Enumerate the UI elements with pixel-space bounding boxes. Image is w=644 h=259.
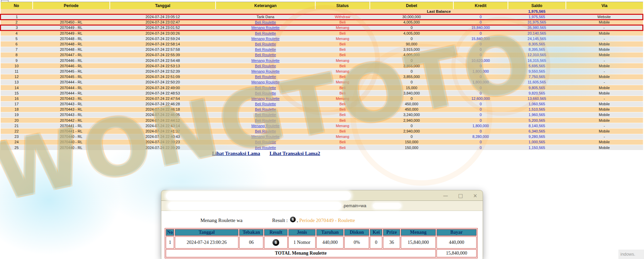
- keterangan-link[interactable]: Menang Roulette: [251, 26, 280, 30]
- keterangan-link[interactable]: Beli Roulette: [255, 47, 276, 51]
- minimize-button[interactable]: —: [443, 190, 448, 201]
- cell-status: Beli: [315, 145, 370, 150]
- cell-debet: 0: [370, 36, 453, 41]
- activate-windows-partial: indows.: [618, 250, 644, 259]
- redacted-title: [166, 191, 351, 200]
- table-row: 242070440 - RL2024-07-24 22:39:23Beli Ro…: [1, 139, 643, 145]
- cell-via: Mobile: [566, 107, 643, 112]
- cell-debet: 150,000: [370, 139, 453, 145]
- popup-titlebar[interactable]: — □ ×: [161, 190, 483, 201]
- popup-addressbar[interactable]: .pemain=wa: [161, 201, 483, 211]
- column-header-periode: Periode: [33, 2, 110, 9]
- cell-via: -: [566, 123, 643, 128]
- cell-via: Mobile: [566, 52, 643, 58]
- keterangan-link[interactable]: Beli Roulette: [255, 64, 276, 68]
- keterangan-link[interactable]: Beli Roulette: [255, 31, 276, 35]
- keterangan-link[interactable]: Menang Roulette: [251, 97, 280, 101]
- roulette-ball-icon: 6: [272, 239, 279, 246]
- keterangan-link[interactable]: Beli Roulette: [255, 53, 276, 57]
- keterangan-link[interactable]: Menang Roulette: [251, 69, 280, 73]
- keterangan-link[interactable]: Beli Roulette: [255, 146, 276, 150]
- cell-saldo: 8,140,565: [508, 123, 566, 128]
- keterangan-link[interactable]: Beli Roulette: [255, 75, 276, 79]
- table-row: 42070449 - RL2024-07-24 23:00:26Beli Rou…: [1, 31, 643, 36]
- cell-periode: 2070443 - RL: [33, 96, 110, 101]
- cell-saldo: 7,750,565: [508, 74, 566, 79]
- cell-no: 17: [1, 101, 33, 107]
- keterangan-link[interactable]: Menang Roulette: [251, 135, 280, 139]
- cell-periode: 2070440 - RL: [33, 134, 110, 139]
- table-row: 222070441 - RL2024-07-24 22:41:32Beli Ro…: [1, 128, 643, 134]
- column-header-tanggal: Tanggal: [110, 2, 216, 9]
- cell-kredit: 0: [453, 85, 508, 90]
- total-label: TOTAL Menang Roulette: [166, 249, 436, 257]
- table-row: 82070447 - RL2024-07-24 22:55:39Beli Rou…: [1, 52, 643, 58]
- keterangan-link[interactable]: Menang Roulette: [251, 59, 280, 63]
- keterangan-link[interactable]: Beli Roulette: [255, 20, 276, 24]
- cell-keterangan: Beli Roulette: [216, 52, 315, 58]
- cell-status: Beli: [315, 128, 370, 134]
- keterangan-link[interactable]: Menang Roulette: [251, 37, 280, 41]
- keterangan-link[interactable]: Menang Roulette: [251, 80, 280, 84]
- cell-no: 1: [1, 14, 33, 20]
- keterangan-link[interactable]: Beli Roulette: [255, 118, 276, 122]
- redacted-url-suffix: [373, 203, 401, 209]
- cell-via: Mobile: [566, 128, 643, 134]
- close-button[interactable]: ×: [473, 190, 477, 201]
- maximize-button[interactable]: □: [458, 190, 463, 201]
- result-cell-diskon: 0%: [344, 236, 369, 249]
- cell-status: Beli: [315, 90, 370, 96]
- keterangan-link[interactable]: Beli Roulette: [255, 102, 276, 106]
- cell-via: Mobile: [566, 47, 643, 52]
- keterangan-link[interactable]: Beli Roulette: [255, 91, 276, 95]
- keterangan-link[interactable]: Beli Roulette: [255, 129, 276, 133]
- cell-saldo: 1,510,565: [508, 107, 566, 112]
- cell-kredit: 0: [453, 74, 508, 79]
- cell-debet: 4,005,000: [370, 31, 453, 36]
- cell-status: Beli: [315, 107, 370, 112]
- cell-periode: 2070448 - RL: [33, 47, 110, 52]
- redacted-username: [243, 219, 272, 223]
- table-row: 52070448 - RL2024-07-24 22:59:24Menang R…: [1, 36, 643, 41]
- cell-status: Beli: [315, 85, 370, 90]
- lihat-transaksi-lama-link[interactable]: Lihat Transaksi Lama: [212, 151, 260, 156]
- cell-saldo: 16,315,565: [508, 58, 566, 63]
- cell-tanggal: 2024-07-24 22:41:32: [110, 128, 216, 134]
- cell-no: 23: [1, 134, 33, 139]
- cell-tanggal: 2024-07-24 23:01:52: [110, 25, 216, 30]
- result-cell-kei: 0: [370, 236, 382, 249]
- cell-kredit: 0: [453, 107, 508, 112]
- cell-keterangan: Beli Roulette: [216, 107, 315, 112]
- cell-keterangan: Tarik Dana: [216, 14, 315, 20]
- cell-tanggal: 2024-07-24 22:44:12: [110, 118, 216, 123]
- cell-no: 16: [1, 96, 33, 101]
- cell-keterangan: Beli Roulette: [216, 145, 315, 150]
- footer-links: Lihat Transaksi Lama Lihat Transaksi Lam…: [0, 151, 532, 156]
- table-row: 22070450 - RL2024-07-24 23:02:47Beli Rou…: [1, 20, 643, 25]
- keterangan-link[interactable]: Beli Roulette: [255, 42, 276, 46]
- cell-status: Withdraw: [315, 14, 370, 20]
- keterangan-link[interactable]: Beli Roulette: [255, 86, 276, 90]
- cell-no: 9: [1, 58, 33, 63]
- cell-saldo: 6,340,565: [508, 128, 566, 134]
- cell-keterangan: Menang Roulette: [216, 79, 315, 85]
- keterangan-link[interactable]: Beli Roulette: [255, 140, 276, 144]
- table-row: 122070445 - RL2024-07-24 22:51:09Beli Ro…: [1, 74, 643, 79]
- cell-debet: 3,240,000: [370, 112, 453, 117]
- cell-periode: 2070440 - RL: [33, 139, 110, 145]
- cell-via: -: [566, 96, 643, 101]
- heading-periode: Periode 2070449 - Roulette: [299, 218, 355, 223]
- result-cell-bayar: 440,000: [437, 236, 477, 249]
- keterangan-link[interactable]: Menang Roulette: [251, 124, 280, 128]
- cell-kredit: 0: [453, 90, 508, 96]
- lihat-transaksi-lama2-link[interactable]: Lihat Transaksi Lama2: [269, 151, 320, 156]
- cell-saldo: 1,975,565: [508, 14, 566, 20]
- cell-no: 6: [1, 41, 33, 47]
- cell-via: Mobile: [566, 118, 643, 123]
- cell-no: 14: [1, 85, 33, 90]
- keterangan-link[interactable]: Beli Roulette: [255, 107, 276, 111]
- cell-keterangan: Beli Roulette: [216, 112, 315, 117]
- keterangan-link[interactable]: Beli Roulette: [255, 113, 276, 117]
- cell-keterangan: Beli Roulette: [216, 20, 315, 25]
- cell-status: Beli: [315, 41, 370, 47]
